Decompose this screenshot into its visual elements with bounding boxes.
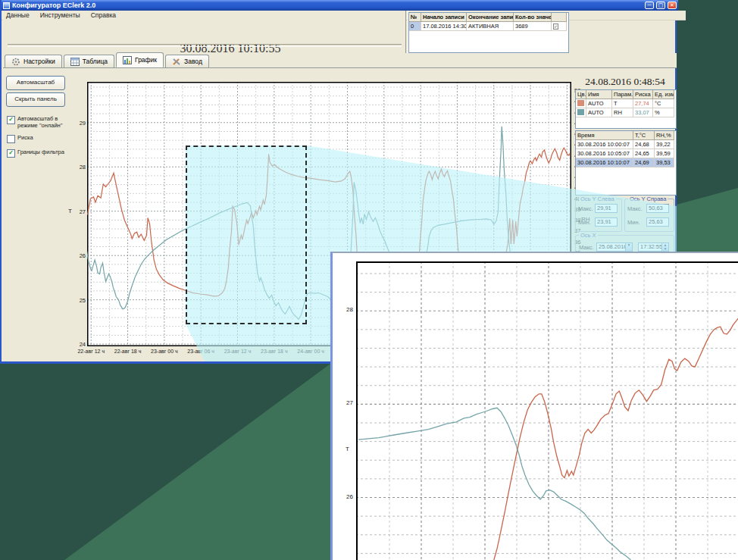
max-label: Макс. xyxy=(627,205,643,212)
table-cell: 0 xyxy=(409,22,421,31)
table-cell: AUTO xyxy=(586,99,612,108)
tab-таблица[interactable]: Таблица xyxy=(64,55,114,67)
zoom-y-tick-label: 27 xyxy=(335,399,353,406)
table-cell: AUTO xyxy=(586,108,612,117)
title-bar[interactable]: Конфигуратор EClerk 2.0 ─ ▢ ✕ xyxy=(2,0,678,11)
record-checkbox[interactable]: ✓ xyxy=(553,23,558,30)
series-row[interactable]: AUTORH33,07% xyxy=(576,108,676,117)
table-cell: 30.08.2016 10:10:07 xyxy=(576,158,633,167)
tab-настройки[interactable]: Настройки xyxy=(5,55,62,67)
tab-завод[interactable]: Завод xyxy=(165,55,209,67)
table-cell: 24,65 xyxy=(633,149,655,158)
column-header: Начало записи xyxy=(421,13,467,22)
table-cell: 39,53 xyxy=(655,158,674,167)
table-cell: 3689 xyxy=(514,22,552,31)
max-label: Макс. xyxy=(579,244,594,251)
y-left-tick-label: 24 xyxy=(73,341,86,348)
column-header: T,°C xyxy=(633,131,655,140)
y-right-max-field[interactable]: 50,63 xyxy=(646,204,669,213)
checkbox-icon[interactable]: ✓ xyxy=(7,116,15,124)
tab-bar: НастройкиТаблицаГрафикЗавод xyxy=(3,53,677,68)
x-tick-label: 24-авг 00 ч xyxy=(290,349,331,354)
x-max-time-stepper[interactable]: 17:32:55 xyxy=(638,242,664,252)
minimize-button[interactable]: ─ xyxy=(645,2,654,9)
cursor-datetime: 24.08.2016 0:48:54 xyxy=(575,76,675,88)
table-cell: °C xyxy=(653,99,674,108)
menu-item-данные[interactable]: Данные xyxy=(6,11,30,19)
min-label: Мин. xyxy=(578,219,591,226)
zoom-selection-rect[interactable] xyxy=(186,145,307,324)
time-spinner-icon[interactable]: ▲▼ xyxy=(661,242,669,252)
window-title: Конфигуратор EClerk 2.0 xyxy=(12,2,643,9)
table-cell: АКТИВНАЯ xyxy=(467,22,514,31)
tab-label: График xyxy=(135,56,157,64)
zoom-chart-plot[interactable] xyxy=(356,261,738,560)
series-color-swatch xyxy=(577,109,584,115)
series-row[interactable]: AUTOT27,74°C xyxy=(576,99,676,108)
checkbox-icon[interactable] xyxy=(7,135,15,143)
series-table[interactable]: Цв.ИмяПарам.РискаЕд. изм.AUTOT27,74°CAUT… xyxy=(575,89,677,129)
y-left-max-field[interactable]: 29,91 xyxy=(595,204,618,213)
records-table[interactable]: №Начало записиОкончание записиКол-во зна… xyxy=(408,12,569,53)
menu-item-справка[interactable]: Справка xyxy=(91,11,116,19)
y-left-tick-label: 27 xyxy=(73,208,86,215)
table-cell: 39,59 xyxy=(655,149,674,158)
close-button[interactable]: ✕ xyxy=(668,2,677,9)
column-header: Парам. xyxy=(612,90,633,99)
y-left-tick-label: 29 xyxy=(73,120,86,127)
max-label: Макс. xyxy=(578,205,593,212)
zoom-y-tick-label: 28 xyxy=(335,306,353,313)
y-left-axis-title: Ось Y Слева xyxy=(579,196,616,202)
checkbox-autoscale-online[interactable]: ✓Автомасштаб в режиме "онлайн" xyxy=(7,116,66,129)
checkbox-icon[interactable]: ✓ xyxy=(7,149,15,158)
y-left-min-field[interactable]: 23,91 xyxy=(595,217,618,227)
y-left-tick-label: 26 xyxy=(73,252,86,259)
tab-label: Таблица xyxy=(83,58,108,65)
column-header: Риска xyxy=(633,90,653,99)
values-table[interactable]: ВремяT,°CRH,%30.08.2016 10:00:0724,6839,… xyxy=(575,130,677,196)
table-cell: RH xyxy=(612,108,633,117)
column-header: Время xyxy=(576,131,633,140)
table-cell: 39,22 xyxy=(655,140,674,149)
x-axis-title: Ось X xyxy=(579,232,598,239)
autoscale-button[interactable]: Автомасштаб xyxy=(6,76,65,90)
desktop: Конфигуратор EClerk 2.0 ─ ▢ ✕ ДанныеИнст… xyxy=(0,0,738,560)
table-cell: T xyxy=(612,99,633,108)
chart-icon xyxy=(123,56,132,64)
status-panel: 30.08.2016 10:10:55 xyxy=(3,20,405,53)
table-cell: 17.08.2016 14:30:07 xyxy=(421,22,467,31)
gear-icon xyxy=(11,58,20,66)
tools-icon xyxy=(172,58,181,66)
value-row[interactable]: 30.08.2016 10:00:0724,6839,22 xyxy=(576,140,676,149)
column-header: № xyxy=(409,13,421,22)
min-label: Мин. xyxy=(627,219,640,226)
y-right-min-field[interactable]: 25,63 xyxy=(646,217,669,227)
checkbox-label: Автомасштаб в режиме "онлайн" xyxy=(17,116,66,129)
date-dropdown-icon[interactable]: ▼ xyxy=(625,242,633,252)
tab-график[interactable]: График xyxy=(116,52,164,67)
table-cell: 30.08.2016 10:05:07 xyxy=(576,149,633,158)
column-header: Окончание записи xyxy=(467,13,514,22)
table-cell xyxy=(576,108,586,117)
table-row[interactable]: 017.08.2016 14:30:07АКТИВНАЯ3689✓ xyxy=(409,22,568,31)
checkbox-filter-bounds[interactable]: ✓Границы фильтра xyxy=(7,149,66,158)
table-cell: 24,68 xyxy=(633,140,655,149)
value-row[interactable]: 30.08.2016 10:10:0724,6939,53 xyxy=(576,158,676,167)
maximize-button[interactable]: ▢ xyxy=(656,2,665,9)
table-cell: 33,07 xyxy=(633,108,653,117)
checkbox-label: Риска xyxy=(17,135,33,143)
x-tick-label: 23-авг 00 ч xyxy=(144,349,185,354)
zoom-y-axis-letter: T xyxy=(346,446,349,452)
checkbox-riska[interactable]: Риска xyxy=(7,135,66,143)
menu-item-инструменты[interactable]: Инструменты xyxy=(40,11,80,19)
hide-panel-button[interactable]: Скрыть панель xyxy=(6,92,65,107)
records-table-header: №Начало записиОкончание записиКол-во зна… xyxy=(409,13,568,22)
table-cell: 24,69 xyxy=(633,158,655,167)
y-left-axis-box: Ось Y Слева Макс. 29,91 Мин. 23,91 xyxy=(575,199,622,232)
tab-label: Настройки xyxy=(23,58,55,65)
column-header: Имя xyxy=(586,90,612,99)
value-row[interactable]: 30.08.2016 10:05:0724,6539,59 xyxy=(576,149,676,158)
x-tick-label: 22-авг 18 ч xyxy=(108,349,149,354)
app-icon xyxy=(3,2,10,9)
x-tick-label: 23-авг 12 ч xyxy=(217,349,258,354)
